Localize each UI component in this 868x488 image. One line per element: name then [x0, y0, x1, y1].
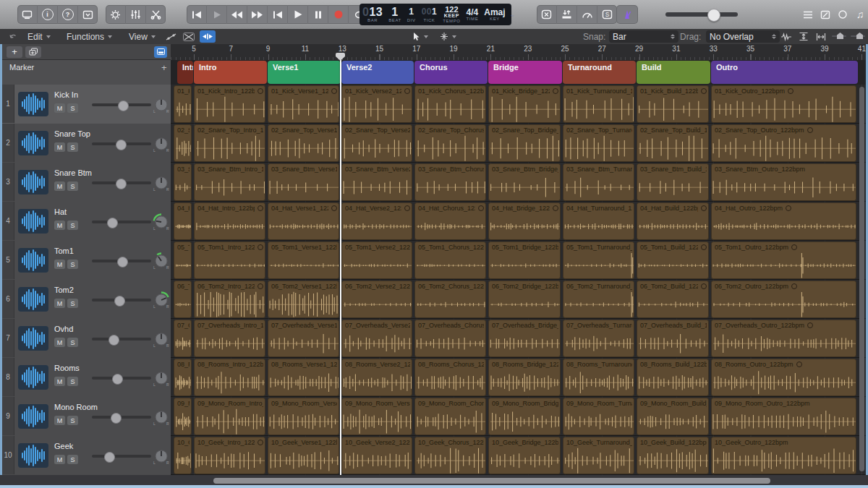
menu-view[interactable]: View — [129, 29, 156, 44]
audio-region[interactable]: 06_Tom2_Verse2_122bpm — [341, 281, 412, 318]
volume-thumb[interactable] — [109, 335, 119, 346]
volume-thumb[interactable] — [114, 296, 125, 307]
audio-region[interactable]: 06_Tom2_Intro_122bpm — [174, 281, 192, 318]
audio-region[interactable]: 07_Overheads_Turnaround_122bpm — [563, 320, 634, 357]
drag-select[interactable]: No Overlap — [706, 30, 780, 43]
smart-controls-icon[interactable] — [106, 5, 126, 24]
audio-region[interactable]: 09_Mono_Room_Build_122bpm — [637, 398, 709, 435]
audio-region[interactable]: 08_Rooms_Chorus_122bpm — [414, 359, 486, 396]
track-header[interactable]: 1Kick InMSLR — [2, 85, 171, 124]
arrangement-marker[interactable]: Verse1 — [268, 61, 341, 84]
audio-region[interactable]: 04_Hat_Verse2_122bpm — [341, 202, 412, 240]
track-header[interactable]: 7OvhdMSLR — [2, 319, 171, 359]
arrangement-marker[interactable]: Intro — [194, 61, 267, 84]
track-header[interactable]: 6Tom2MSLR — [2, 280, 171, 320]
pan-knob[interactable]: LR — [153, 95, 170, 113]
audio-region[interactable]: 10_Geek_Chorus_122bpm — [414, 437, 486, 474]
go-to-start-button[interactable] — [187, 5, 207, 24]
audio-region[interactable]: 08_Rooms_Outro_122bpm — [711, 359, 856, 396]
volume-thumb[interactable] — [104, 452, 115, 463]
track-volume-slider[interactable] — [92, 373, 151, 383]
pan-knob[interactable]: LR — [153, 408, 170, 425]
audio-region[interactable]: 06_Tom2_Intro_122bpm — [194, 281, 265, 318]
audio-region[interactable]: 02_Snare_Top_Intro_122bpm — [174, 124, 192, 162]
audio-region[interactable]: 02_Snare_Top_Verse1_122bpm — [268, 124, 339, 162]
list-editors-icon[interactable] — [799, 5, 817, 24]
autopunch-icon[interactable] — [557, 5, 577, 24]
audio-region[interactable]: 09_Mono_Room_Intro_122bpm — [194, 398, 265, 435]
audio-region[interactable]: 10_Geek_Intro_122bpm — [174, 437, 192, 474]
solo-button[interactable]: S — [67, 416, 78, 425]
audio-region[interactable]: 08_Rooms_Intro_122bpm — [174, 359, 192, 396]
solo-button[interactable]: S — [67, 377, 78, 386]
audio-region[interactable]: 04_Hat_Chorus_122bpm — [414, 202, 486, 240]
volume-thumb[interactable] — [112, 374, 123, 385]
metronome-button[interactable] — [616, 5, 638, 24]
audio-region[interactable]: 08_Rooms_Bridge_122bpm — [488, 359, 561, 396]
audio-region[interactable]: 03_Snare_Btm_Verse1_122bpm — [268, 163, 339, 201]
audio-region[interactable]: 08_Rooms_Intro_122bpm — [194, 359, 265, 396]
pan-knob[interactable]: LR — [153, 291, 170, 308]
audio-region[interactable]: 02_Snare_Top_Chorus_122bpm — [414, 124, 486, 162]
volume-thumb[interactable] — [107, 218, 118, 228]
audio-region[interactable]: 10_Geek_Build_122bpm — [637, 437, 709, 474]
track-header[interactable]: 3Snare BtmMSLR — [2, 163, 171, 202]
play-button[interactable] — [288, 5, 308, 24]
audio-region[interactable]: 09_Mono_Room_Outro_122bpm — [711, 398, 856, 435]
audio-region[interactable]: 03_Snare_Btm_Turnaround_122bpm — [563, 163, 634, 201]
volume-thumb[interactable] — [111, 413, 122, 424]
audio-region[interactable]: 02_Snare_Top_Outro_122bpm — [711, 124, 856, 162]
audio-region[interactable]: 07_Overheads_Bridge_122bpm — [488, 320, 561, 357]
record-button[interactable] — [328, 5, 349, 24]
audio-region[interactable]: 05_Tom1_Chorus_122bpm — [414, 241, 486, 279]
audio-region[interactable]: 01_Kick_Turnaround_122bpm — [563, 85, 634, 123]
audio-region[interactable]: 01_Kick_Chorus_122bpm — [414, 85, 486, 123]
audio-region[interactable]: 04_Hat_Intro_122bpm — [194, 202, 265, 240]
mute-button[interactable]: M — [54, 416, 65, 425]
rewind-button[interactable] — [227, 5, 247, 24]
audio-region[interactable]: 05_Tom1_Outro_122bpm — [711, 241, 856, 279]
track-volume-slider[interactable] — [92, 412, 151, 422]
audio-region[interactable]: 01_Kick_Verse2_122bpm — [341, 85, 412, 123]
audio-region[interactable]: 03_Snare_Btm_Intro_122bpm — [174, 163, 192, 201]
audio-region[interactable]: 07_Overheads_Verse1_122bpm — [268, 320, 339, 357]
mute-button[interactable]: M — [54, 181, 65, 191]
horizontal-auto-zoom-icon[interactable] — [813, 30, 829, 43]
waveform-zoom-icon[interactable] — [778, 30, 794, 43]
track-volume-slider[interactable] — [92, 295, 151, 305]
audio-region[interactable]: 06_Tom2_Turnaround_122bpm — [563, 281, 634, 318]
horizontal-scrollbar-thumb[interactable] — [213, 478, 770, 484]
solo-button[interactable]: S — [67, 338, 78, 347]
audio-region[interactable]: 04_Hat_Intro_122bpm — [174, 202, 192, 240]
apple-loops-icon[interactable] — [834, 5, 851, 24]
replace-mode-icon[interactable] — [537, 5, 557, 24]
track-header[interactable]: 9Mono RoomMSLR — [2, 397, 171, 437]
mute-button[interactable]: M — [54, 299, 65, 308]
bar-ruler[interactable]: 57911131517192123252729313335373941 — [171, 44, 866, 61]
arrangement-marker[interactable]: Bridge — [488, 61, 562, 84]
audio-region[interactable]: 04_Hat_Build_122bpm — [637, 202, 709, 240]
menu-edit[interactable]: Edit — [27, 29, 51, 44]
vertical-auto-zoom-icon[interactable] — [796, 30, 812, 43]
track-volume-slider[interactable] — [92, 256, 151, 266]
audio-region[interactable]: 04_Hat_Bridge_122bpm — [488, 202, 561, 240]
track-volume-slider[interactable] — [92, 139, 151, 149]
arrangement-marker[interactable]: Intro — [177, 61, 193, 84]
solo-button[interactable]: S — [67, 221, 78, 230]
audio-region[interactable]: 05_Tom1_Intro_122bpm — [194, 241, 265, 279]
audio-region[interactable]: 07_Overheads_Verse2_122bpm — [341, 320, 412, 357]
add-track-button[interactable]: + — [7, 46, 22, 58]
horizontal-zoom-thumb[interactable] — [856, 33, 863, 39]
vertical-scrollbar[interactable] — [859, 87, 864, 471]
audio-region[interactable]: 01_Kick_Intro_122bpm — [194, 85, 265, 123]
audio-region[interactable]: 05_Tom1_Turnaround_122bpm — [563, 241, 634, 279]
audio-region[interactable]: 05_Tom1_Verse2_122bpm — [341, 241, 412, 279]
pan-knob[interactable]: LR — [153, 330, 170, 347]
audio-region[interactable]: 07_Overheads_Intro_122bpm — [174, 320, 192, 357]
mute-button[interactable]: M — [54, 103, 65, 113]
audio-region[interactable]: 09_Mono_Room_Intro_122bpm — [174, 398, 192, 435]
audio-region[interactable]: 01_Kick_Verse1_122bpm — [268, 85, 339, 123]
track-header[interactable]: 8RoomsMSLR — [2, 358, 171, 398]
audio-region[interactable]: 03_Snare_Btm_Intro_122bpm — [194, 163, 265, 201]
audio-region[interactable]: 10_Geek_Outro_122bpm — [711, 437, 856, 474]
